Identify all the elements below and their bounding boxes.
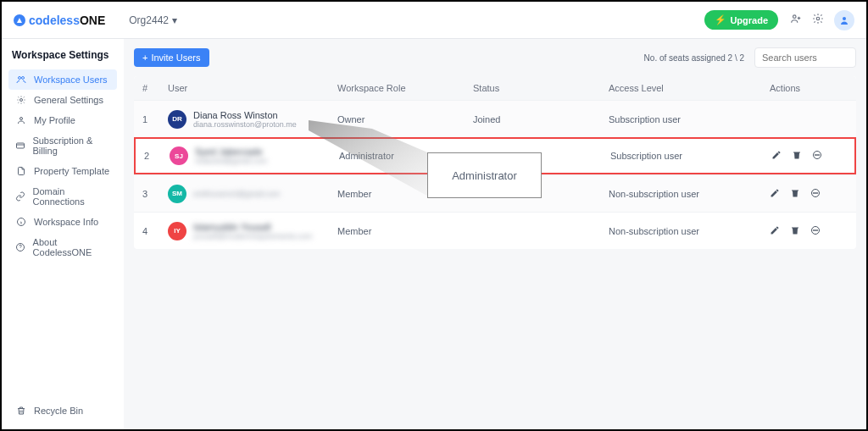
sidebar-item-label: Subscription & Billing (32, 135, 110, 156)
user-cell: SMsmkhuram10@gmail.com (168, 185, 337, 203)
sidebar-item-domain-connections[interactable]: Domain Connections (8, 181, 117, 212)
svg-point-20 (815, 229, 816, 230)
org-dropdown[interactable]: Org2442 ▾ (129, 14, 177, 26)
chevron-down-icon: ▾ (172, 14, 177, 26)
upgrade-button[interactable]: ⚡ Upgrade (704, 10, 778, 30)
svg-point-2 (843, 17, 846, 20)
table-header: # User Workspace Role Status Access Leve… (134, 76, 856, 100)
row-num: 3 (142, 189, 168, 199)
col-access: Access Level (609, 83, 770, 93)
access-cell: Non-subscription user (609, 226, 770, 236)
invite-label: Invite Users (151, 52, 200, 63)
sidebar-item-recycle-bin[interactable]: Recycle Bin (8, 401, 117, 421)
col-actions: Actions (770, 83, 854, 93)
add-user-icon[interactable] (790, 13, 802, 27)
edit-icon[interactable] (770, 188, 780, 200)
user-name: Islamuddin Yousafi (193, 222, 312, 232)
sidebar-item-label: Workspace Users (34, 75, 108, 85)
status-cell[interactable]: tation (473, 189, 609, 199)
role-cell: Member (337, 189, 473, 199)
delete-icon[interactable] (792, 150, 802, 162)
table-row: 4IYIslamuddin Yousafiyousafi@modernrequi… (134, 212, 856, 249)
search-input[interactable] (754, 47, 856, 68)
svg-point-4 (22, 77, 25, 80)
sidebar-item-general-settings[interactable]: General Settings (8, 90, 117, 110)
col-role: Workspace Role (337, 83, 473, 93)
svg-point-15 (814, 192, 815, 193)
sidebar-item-label: Property Template (34, 166, 109, 176)
role-cell: Member (337, 226, 473, 236)
table-row: 2SJSyed Jaberzaderedacted@gmail.comAdmin… (134, 137, 856, 174)
avatar: SM (168, 185, 186, 203)
svg-point-11 (815, 155, 816, 156)
user-meta: Diana Ross Winstondiana.rosswinston@prot… (193, 110, 297, 129)
sidebar-item-subscription-billing[interactable]: Subscription & Billing (8, 130, 117, 161)
table-row: 1DRDiana Ross Winstondiana.rosswinston@p… (134, 100, 856, 137)
user-name: Syed Jaberzade (195, 146, 267, 157)
logo: ▲ codelessONE (14, 14, 105, 27)
col-num: # (142, 83, 168, 93)
more-icon[interactable] (810, 188, 821, 200)
about-icon (15, 242, 26, 252)
row-num: 4 (142, 226, 168, 236)
actions-cell (770, 225, 854, 237)
delete-icon[interactable] (790, 188, 800, 200)
logo-icon: ▲ (14, 14, 25, 26)
user-email: smkhuram10@gmail.com (193, 190, 280, 198)
sidebar-item-label: Domain Connections (33, 186, 110, 207)
user-cell: IYIslamuddin Yousafiyousafi@modernrequir… (168, 222, 337, 240)
edit-icon[interactable] (771, 150, 782, 162)
access-cell: Subscription user (609, 114, 770, 124)
svg-point-21 (817, 229, 818, 230)
avatar: IY (168, 222, 186, 240)
seats-assigned-text: No. of seats assigned 2 \ 2 (644, 53, 744, 63)
sidebar-item-property-template[interactable]: Property Template (8, 161, 117, 181)
svg-rect-7 (17, 143, 25, 148)
user-avatar-header[interactable] (834, 10, 854, 30)
gear-icon[interactable] (812, 13, 824, 27)
user-email: redacted@gmail.com (195, 157, 267, 165)
upgrade-label: Upgrade (730, 15, 768, 25)
plus-icon: + (142, 52, 147, 63)
template-icon (15, 166, 27, 176)
user-meta: Syed Jaberzaderedacted@gmail.com (195, 146, 267, 165)
more-icon[interactable] (810, 225, 821, 237)
delete-icon[interactable] (790, 225, 800, 237)
org-name: Org2442 (129, 14, 169, 26)
role-cell: Administrator (339, 151, 475, 161)
svg-point-3 (19, 77, 21, 80)
content: + Invite Users No. of seats assigned 2 \… (124, 39, 866, 429)
col-status: Status (473, 83, 609, 93)
svg-point-1 (816, 17, 820, 20)
sidebar-item-my-profile[interactable]: My Profile (8, 110, 117, 130)
avatar: SJ (170, 146, 188, 165)
logo-text-prefix: codeless (29, 14, 80, 27)
user-meta: smkhuram10@gmail.com (193, 190, 280, 198)
gear-icon (15, 95, 27, 105)
access-cell: Subscription user (610, 151, 771, 161)
more-icon[interactable] (812, 150, 822, 162)
user-email: diana.rosswinston@proton.me (193, 120, 297, 129)
header-icons (790, 10, 854, 30)
sidebar-item-about[interactable]: About CodelessONE (8, 232, 117, 262)
invite-users-button[interactable]: + Invite Users (134, 48, 209, 67)
sidebar-item-label: About CodelessONE (33, 237, 110, 257)
row-num: 2 (144, 151, 170, 161)
role-cell: Owner (337, 114, 473, 124)
svg-point-19 (814, 229, 815, 230)
sidebar-item-workspace-info[interactable]: Workspace Info (8, 212, 117, 232)
link-icon (15, 191, 26, 202)
svg-point-6 (20, 118, 23, 120)
svg-point-12 (817, 155, 818, 156)
svg-point-16 (815, 192, 816, 193)
access-cell: Non-subscription user (609, 189, 770, 199)
logo-text-suffix: ONE (80, 14, 105, 27)
sidebar-item-workspace-users[interactable]: Workspace Users (8, 69, 117, 90)
col-user: User (168, 83, 337, 93)
status-cell: Joined (473, 114, 609, 124)
layout: Workspace Settings Workspace Users Gener… (2, 39, 866, 429)
users-icon (15, 75, 27, 85)
actions-cell (770, 188, 854, 200)
sidebar: Workspace Settings Workspace Users Gener… (2, 39, 124, 429)
edit-icon[interactable] (770, 225, 780, 237)
